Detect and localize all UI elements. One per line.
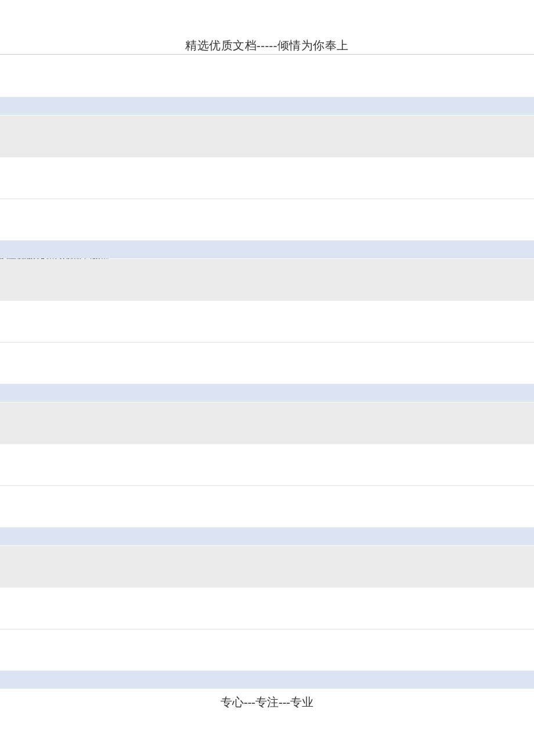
- section-1-blue-band: [0, 97, 534, 115]
- section-3-blue-band: [0, 384, 534, 402]
- section-1-divider: [0, 199, 534, 199]
- section-2-divider: [0, 342, 534, 343]
- document-page: 精选优质文档-----倾情为你奉上 从应税服务的销项税额中抵扣。 有形资产。 资…: [0, 0, 534, 756]
- section-2-gray-band: [0, 259, 534, 301]
- page-header-title: 精选优质文档-----倾情为你奉上: [185, 39, 349, 52]
- page-header: 精选优质文档-----倾情为你奉上: [0, 38, 534, 53]
- section-2-blue-band: [0, 240, 534, 258]
- page-footer-text: 专心---专注---专业: [221, 696, 313, 708]
- section-3-divider: [0, 485, 534, 486]
- section-4-divider: [0, 629, 534, 629]
- section-4-blue-band: [0, 527, 534, 545]
- section-4-gray-band: 有形资产。: [0, 546, 534, 588]
- section-5-blue-band: 资产。: [0, 671, 534, 689]
- section-3-gray-band: [0, 402, 534, 444]
- page-footer: 专心---专注---专业: [0, 694, 534, 710]
- header-divider: [0, 54, 534, 55]
- section-1-gray-band: 从应税服务的销项税额中抵扣。: [0, 116, 534, 157]
